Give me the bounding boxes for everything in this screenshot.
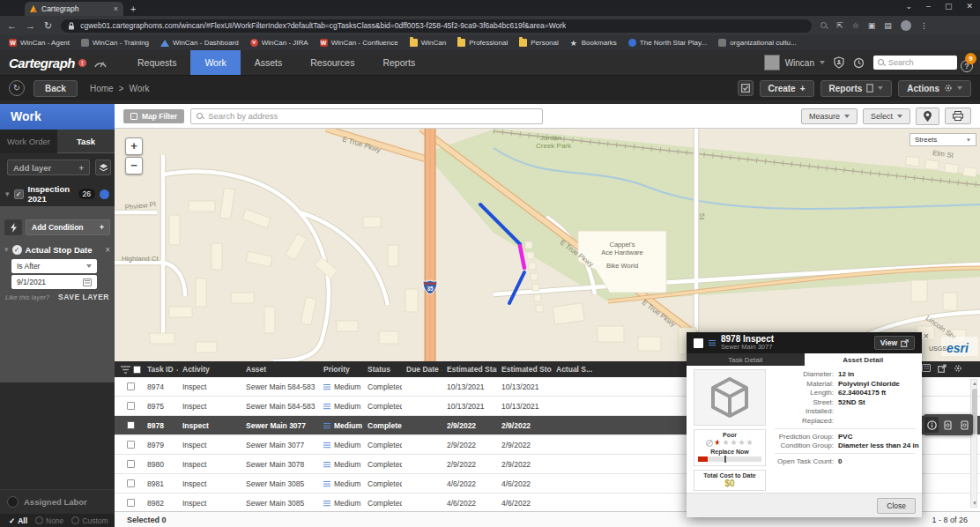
select-all-checkbox[interactable] [133,366,141,374]
col-due-date[interactable]: Due Date [402,365,442,374]
nav-assets[interactable]: Assets [241,50,297,75]
collapse-caret-icon[interactable]: ▾ [5,189,10,198]
tab-task-detail[interactable]: Task Detail [687,353,805,366]
col-activity[interactable]: Activity [178,365,241,374]
row-checkbox[interactable] [127,460,135,468]
window-close-icon[interactable]: ✕ [966,2,973,11]
layers-stack-button[interactable] [95,160,111,175]
new-tab-button[interactable] [130,4,136,14]
extensions-puzzle-icon[interactable]: ▣ [868,21,876,30]
bookmark-item[interactable]: The North Star Play... [628,39,707,47]
layer-item-inspection-2021[interactable]: ▾ Inspection 2021 26 [0,185,115,203]
zoom-in-button[interactable]: + [125,137,143,155]
star-icon[interactable] [746,439,754,447]
col-est-start[interactable]: Estimated Start D... [442,365,497,374]
refresh-icon[interactable]: ↻ [9,80,25,96]
tab-close-icon[interactable] [114,4,118,13]
tab-task[interactable]: Task [57,130,115,153]
share-icon[interactable]: ⇱ [836,21,843,30]
labor-option-custom[interactable]: Custom [71,516,108,525]
tab-work-order[interactable]: Work Order [0,130,57,153]
user-menu[interactable]: Wincan [764,55,825,71]
history-clock-icon[interactable] [853,57,865,69]
export-icon[interactable] [938,364,947,373]
table-settings-gear-icon[interactable] [954,364,962,373]
cartegraph-logo[interactable]: Cartegraph [0,56,78,71]
map-filter-checkbox[interactable] [130,113,137,120]
select-mode-button[interactable] [738,80,754,96]
col-task-id[interactable]: Task ID [143,365,178,374]
map-canvas[interactable]: 35 Jordan Creek Park Elm St E True Pkwy … [115,129,980,361]
tab-asset-detail[interactable]: Asset Detail [805,353,923,366]
save-layer-button[interactable]: SAVE LAYER [58,293,109,301]
collapse-caret-icon[interactable]: ▾ [4,245,9,254]
row-checkbox[interactable] [127,382,135,390]
browser-profile-avatar[interactable] [901,20,911,31]
zoom-out-button[interactable]: − [125,157,143,174]
star-icon[interactable] [730,439,737,447]
address-search-input[interactable]: Search by address [190,108,543,124]
star-rating[interactable] [694,439,765,447]
star-icon[interactable] [739,439,746,447]
operator-select[interactable]: Is After [11,259,97,273]
star-icon[interactable] [714,439,721,447]
condition-actual-stop-date[interactable]: ▾ Actual Stop Date [0,241,115,257]
scroll-up-icon[interactable]: ▲ [972,381,977,386]
calendar-view-icon[interactable] [922,364,931,372]
nav-requests[interactable]: Requests [123,50,190,75]
popup-checkbox[interactable] [694,338,703,348]
view-button[interactable]: View [874,336,915,350]
layer-checkbox[interactable] [14,189,24,199]
basemap-selector[interactable]: Streets [909,133,976,146]
browser-back-icon[interactable]: ← [7,20,17,31]
row-checkbox[interactable] [127,499,135,507]
row-checkbox[interactable] [127,402,135,410]
row-document-button[interactable] [941,417,955,433]
quick-condition-button[interactable] [4,219,22,235]
map-filter-button[interactable]: Map Filter [123,109,184,123]
bookmark-item[interactable]: organizational cultu... [718,39,797,47]
scroll-down-icon[interactable]: ▼ [972,501,977,506]
row-info-button[interactable] [924,417,939,433]
browser-tab[interactable]: Cartegraph [25,2,123,16]
asset-thumbnail[interactable] [694,369,766,426]
bookmark-item[interactable]: WinCan - Dashboard [160,39,239,47]
col-asset[interactable]: Asset [241,365,319,374]
bookmark-folder[interactable]: Personal [519,39,559,47]
gauge-icon[interactable] [93,58,108,68]
calendar-icon[interactable] [83,278,92,286]
select-button[interactable]: Select [863,108,910,124]
bookmark-item[interactable]: WWinCan - Agent [9,39,70,47]
star-icon[interactable] [722,439,729,447]
assigned-labor-section[interactable]: Assigned Labor [0,489,115,514]
window-minimize-icon[interactable]: – [926,2,931,11]
add-condition-button[interactable]: Add Condition [26,219,110,235]
date-input[interactable]: 9/1/2021 [11,275,97,289]
admin-shield-icon[interactable] [834,56,844,69]
assigned-labor-toggle[interactable] [7,496,19,508]
no-rating-icon[interactable] [706,440,713,447]
condition-checkbox[interactable] [12,245,22,255]
row-checkbox[interactable] [127,421,135,429]
col-priority[interactable]: Priority [319,365,363,374]
row-checkbox[interactable] [127,479,135,487]
side-panel-icon[interactable]: ▤ [884,21,892,30]
window-restore-icon[interactable]: ▢ [945,2,953,11]
row-checkbox[interactable] [127,441,135,449]
bookmark-item[interactable]: WWinCan - Confluence [320,39,398,47]
breadcrumb-home[interactable]: Home [90,84,114,93]
print-button[interactable] [945,108,971,124]
table-scrollbar[interactable]: ▲ ▼ [970,379,977,508]
bookmark-item[interactable]: WinCan - Training [81,39,149,47]
actions-button[interactable]: Actions [898,80,971,97]
bookmark-folder[interactable]: WinCan [410,39,446,47]
nav-work[interactable]: Work [190,50,240,75]
filter-lines-icon[interactable] [121,366,130,374]
global-search-input[interactable]: Search [873,56,957,70]
bookmark-folder[interactable]: Bookmarks [570,39,617,47]
window-menu-icon[interactable]: ⌄ [905,2,912,11]
bookmark-folder[interactable]: Professional [457,39,508,47]
labor-option-none[interactable]: None [35,516,63,525]
remove-condition-icon[interactable] [105,245,110,255]
create-button[interactable]: Create [760,80,814,97]
